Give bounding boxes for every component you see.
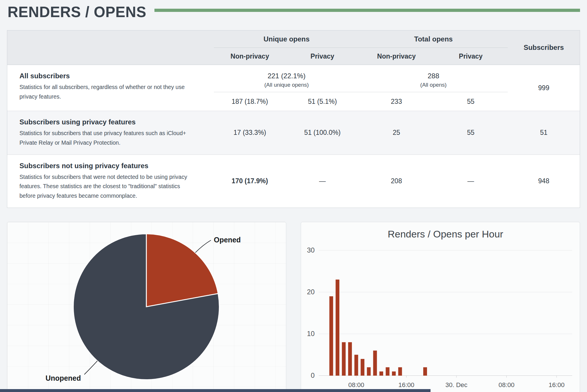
unique-privacy-value: 51 (5.1%) (286, 92, 359, 111)
subscribers-value: 51 (508, 111, 580, 155)
table-row-privacy-subscribers: Subscribers using privacy features Stati… (7, 111, 580, 155)
total-privacy-value: — (434, 155, 508, 208)
next-section-edge (0, 389, 431, 392)
total-privacy-value: 55 (434, 92, 508, 111)
header-total-privacy: Privacy (434, 48, 508, 65)
total-non-privacy-value: 208 (359, 155, 434, 208)
opens-stats-table: Unique opens Total opens Subscribers Non… (7, 30, 580, 208)
row-description: Statistics for subscribers that were not… (19, 172, 197, 201)
row-description: Statistics for all subscribers, regardle… (19, 82, 197, 101)
bar (354, 355, 358, 375)
bar-chart-title: Renders / Opens per Hour (388, 228, 503, 239)
bar (392, 371, 396, 375)
unique-non-privacy-value: 170 (17.9%) (214, 155, 286, 208)
header-group-total-opens: Total opens (359, 30, 508, 48)
header-total-non-privacy: Non-privacy (359, 48, 434, 65)
x-tick-label: 08:00 (498, 381, 514, 389)
unique-privacy-value: 51 (100.0%) (286, 111, 359, 155)
header-accent-rule (154, 9, 580, 12)
row-label-cell: All subscribers Statistics for all subsc… (7, 65, 214, 111)
x-tick-label: 08:00 (348, 381, 364, 389)
x-tick-label: 16:00 (398, 381, 414, 389)
bar (386, 367, 390, 376)
total-non-privacy-value: 25 (359, 111, 434, 155)
subscribers-value: 999 (508, 65, 580, 111)
all-total-opens-caption: (All opens) (420, 82, 447, 88)
bar (367, 367, 371, 376)
bar (423, 367, 427, 376)
row-label-cell: Subscribers not using privacy features S… (7, 155, 214, 208)
pie-chart-svg[interactable]: Opened Unopened (7, 222, 286, 392)
opens-per-hour-chart-card: 010203008:0016:0030. Dec08:0016:00Render… (301, 222, 580, 392)
all-total-opens: 288 (All opens) (359, 65, 508, 92)
row-title: Subscribers not using privacy features (19, 162, 204, 170)
bar (398, 367, 402, 376)
header-subscribers: Subscribers (508, 30, 580, 65)
unopened-label: Unopened (46, 374, 81, 382)
y-tick-label: 0 (311, 371, 315, 379)
bar (336, 280, 339, 375)
y-tick-label: 10 (307, 330, 315, 337)
x-tick-label: 16:00 (549, 381, 565, 389)
y-tick-label: 20 (307, 288, 315, 296)
row-title: All subscribers (19, 72, 204, 80)
aggregate-values: 221 (22.1%) (All unique opens) 288 (All … (214, 65, 508, 92)
row-title: Subscribers using privacy features (19, 118, 204, 126)
header-group-unique-opens: Unique opens (214, 30, 359, 48)
row-label-cell: Subscribers using privacy features Stati… (7, 111, 214, 155)
opened-pie-chart-card: Opened Unopened (7, 222, 286, 392)
table-row-non-privacy-subscribers: Subscribers not using privacy features S… (7, 155, 580, 208)
all-unique-opens: 221 (22.1%) (All unique opens) (214, 65, 359, 92)
table-row-all-subscribers: All subscribers Statistics for all subsc… (7, 65, 580, 111)
bar (373, 351, 377, 375)
y-tick-label: 30 (307, 246, 315, 254)
bar (342, 342, 346, 375)
table-header: Unique opens Total opens Subscribers Non… (7, 30, 580, 65)
header-blank-cell (7, 30, 214, 65)
charts-section: Opened Unopened 010203008:0016:0030. Dec… (7, 222, 580, 392)
page-title: RENDERS / OPENS (8, 4, 146, 20)
unique-non-privacy-value: 17 (33.3%) (214, 111, 286, 155)
all-unique-opens-value: 221 (22.1%) (268, 72, 306, 80)
opened-callout-line (195, 240, 211, 253)
all-total-opens-value: 288 (428, 72, 439, 80)
opened-label: Opened (214, 236, 241, 244)
bar (348, 342, 352, 375)
row-description: Statistics for subscribers that use priv… (19, 128, 197, 148)
all-subscribers-data: 221 (22.1%) (All unique opens) 288 (All … (214, 65, 508, 111)
pie-slices (73, 234, 219, 380)
bar-chart-svg[interactable]: 010203008:0016:0030. Dec08:0016:00Render… (301, 222, 580, 392)
header-unique-privacy: Privacy (286, 48, 359, 65)
total-non-privacy-value: 233 (359, 92, 434, 111)
x-tick-label: 30. Dec (445, 381, 467, 389)
split-values: 187 (18.7%) 51 (5.1%) 233 55 (214, 92, 508, 111)
bar (361, 359, 364, 376)
unopened-callout-line (84, 361, 97, 374)
page-header: RENDERS / OPENS (0, 0, 587, 20)
subscribers-value: 948 (508, 155, 580, 208)
header-unique-non-privacy: Non-privacy (214, 48, 286, 65)
unique-privacy-value: — (286, 155, 359, 208)
all-unique-opens-caption: (All unique opens) (264, 82, 309, 88)
total-privacy-value: 55 (434, 111, 508, 155)
bar (379, 371, 383, 375)
bar (329, 296, 333, 376)
unique-non-privacy-value: 187 (18.7%) (214, 92, 286, 111)
